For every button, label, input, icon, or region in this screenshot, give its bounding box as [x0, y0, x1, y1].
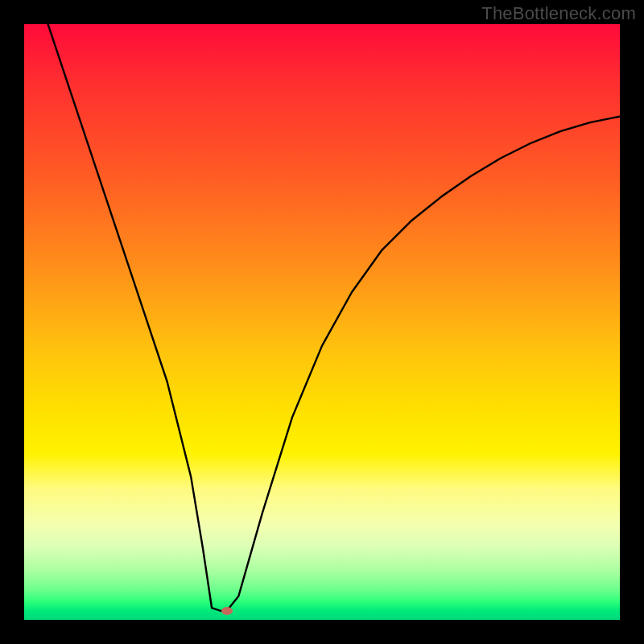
chart-frame: TheBottleneck.com [0, 0, 644, 644]
plot-area [24, 24, 620, 620]
watermark-text: TheBottleneck.com [481, 3, 636, 24]
curve-svg [24, 24, 620, 620]
marker-dot [221, 607, 233, 615]
curve-path [48, 24, 620, 611]
